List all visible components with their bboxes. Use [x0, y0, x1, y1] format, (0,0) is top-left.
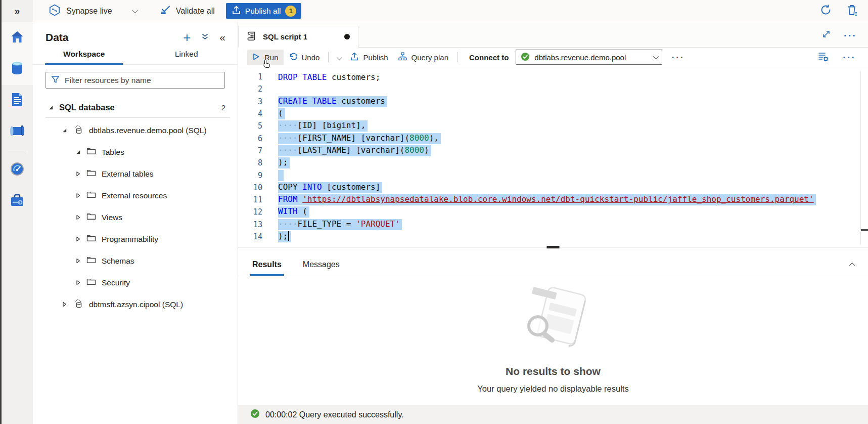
editor-more-icon[interactable]: ··· [843, 55, 856, 60]
sidebar-item-data[interactable] [2, 54, 33, 85]
more-actions-icon[interactable]: ··· [844, 33, 857, 38]
code-line-2[interactable]: 2 [238, 83, 868, 95]
run-options-chevron[interactable] [332, 50, 345, 65]
filter-input[interactable] [65, 76, 219, 85]
tab-linked[interactable]: Linked [135, 50, 238, 64]
collapse-panel-icon[interactable]: « [219, 31, 225, 44]
success-check-icon [250, 409, 260, 420]
code-line-13[interactable]: 13····FILE_TYPE = 'PARQUET' [238, 219, 868, 231]
empty-results-title: No results to show [506, 365, 601, 377]
sidebar-item-manage[interactable] [2, 186, 33, 217]
properties-icon[interactable] [818, 52, 829, 63]
splitter-grip[interactable] [547, 246, 560, 248]
unsaved-changes-dot [344, 34, 350, 39]
tab-sql-script-1[interactable]: SQL script 1 [238, 26, 358, 48]
tree-item-views[interactable]: Views [33, 206, 238, 228]
code-line-1[interactable]: 1DROP TABLE customers; [238, 71, 868, 83]
caret-collapsed-icon [62, 300, 67, 309]
tree-item-tables[interactable]: Tables [33, 141, 238, 163]
undo-button[interactable]: Undo [284, 50, 325, 65]
publish-button[interactable]: Publish [345, 49, 393, 65]
add-resource-button[interactable]: + [183, 32, 191, 43]
code-line-6[interactable]: 6····[FIRST_NAME] [varchar](8000), [238, 132, 868, 144]
connected-check-icon [521, 52, 530, 63]
publish-label: Publish all [245, 7, 281, 16]
code-line-12[interactable]: 12WITH ( [238, 206, 868, 218]
tree-divider [45, 117, 230, 118]
toolbar-separator [328, 52, 329, 62]
tree-section-sql-database[interactable]: SQL database 2 [33, 99, 238, 116]
code-line-10[interactable]: 10COPY INTO [customers] [238, 182, 868, 194]
chevron-down-icon [653, 54, 659, 59]
tree-item-label: Views [102, 213, 122, 222]
toolbar-separator [457, 52, 458, 62]
tree-item-dbtmsft-azsyn-cipool-sql[interactable]: dbtmsft.azsyn.cipool (SQL) [33, 293, 238, 315]
caret-collapsed-icon [75, 191, 81, 200]
tree-item-label: dbtmsft.azsyn.cipool (SQL) [89, 300, 183, 309]
tree-item-external-resources[interactable]: External resources [33, 185, 238, 206]
connect-to-label: Connect to [469, 53, 509, 62]
refresh-icon[interactable] [820, 4, 832, 18]
rail-divider [8, 151, 26, 151]
editor-region: SQL script 1 ··· R [238, 22, 868, 424]
code-line-14[interactable]: 14); [238, 231, 868, 243]
code-line-3[interactable]: 3CREATE TABLE customers [238, 96, 868, 108]
query-plan-button[interactable]: Query plan [393, 49, 453, 65]
query-status-bar: 00:00:02 Query executed successfully. [238, 405, 868, 424]
tree-item-schemas[interactable]: Schemas [33, 250, 238, 272]
code-line-11[interactable]: 11FROM 'https://dbtlabsynapsedatalake.bl… [238, 194, 868, 206]
code-line-5[interactable]: 5····[ID] [bigint], [238, 120, 868, 132]
code-line-8[interactable]: 8); [238, 157, 868, 169]
code-line-9[interactable]: 9 [238, 169, 868, 181]
tree-item-programmability[interactable]: Programmability [33, 228, 238, 250]
tree-item-security[interactable]: Security [33, 272, 238, 293]
tree-item-label: Programmability [102, 235, 158, 244]
folder-icon [86, 168, 96, 179]
sidebar-item-home[interactable] [2, 22, 33, 54]
editor-scrollbar-track[interactable] [860, 71, 861, 244]
line-number: 5 [238, 121, 262, 131]
code-line-content: WITH ( [278, 206, 309, 218]
sidebar-item-monitor[interactable] [2, 154, 33, 186]
sidebar-item-integrate[interactable] [2, 116, 33, 148]
expand-sidebar-icon[interactable]: » [2, 0, 33, 22]
collapse-results-icon[interactable] [851, 260, 855, 269]
line-number: 6 [238, 134, 262, 143]
sql-code-editor[interactable]: 1DROP TABLE customers;23CREATE TABLE cus… [238, 67, 868, 244]
line-number: 10 [238, 183, 262, 192]
tab-workspace[interactable]: Workspace [33, 50, 135, 64]
tab-messages[interactable]: Messages [303, 260, 340, 276]
expand-editor-icon[interactable] [822, 30, 831, 40]
text-cursor [288, 231, 289, 241]
tree-item-label: Security [102, 278, 130, 287]
caret-expanded-icon [48, 103, 54, 112]
publish-all-button[interactable]: Publish all 1 [226, 3, 302, 19]
mouse-cursor [262, 59, 271, 70]
tree-item-dbtlabs-revenue-demo-pool-sql[interactable]: dbtlabs.revenue.demo.pool (SQL) [33, 119, 238, 141]
validate-icon [160, 5, 171, 17]
tree-item-external-tables[interactable]: External tables [33, 163, 238, 185]
folder-icon [86, 256, 96, 266]
caret-collapsed-icon [75, 169, 81, 179]
results-header: Results Messages [238, 250, 868, 276]
validate-all-button[interactable]: Validate all [160, 5, 215, 17]
tree-item-label: External tables [102, 169, 154, 179]
upload-icon [350, 52, 358, 62]
data-panel: Data + « Workspace Linked [33, 22, 238, 424]
line-number: 2 [238, 84, 262, 94]
toolbar-more-icon[interactable]: ··· [671, 55, 684, 60]
editor-scrollbar-thumb[interactable] [861, 229, 868, 231]
tab-results[interactable]: Results [252, 260, 282, 276]
line-number: 12 [238, 207, 262, 217]
code-line-content: COPY INTO [customers] [278, 182, 382, 193]
line-number: 13 [238, 220, 262, 229]
pool-selector[interactable]: dbtlabs.revenue.demo.pool [516, 50, 662, 65]
line-number: 11 [238, 195, 262, 204]
sidebar-item-develop[interactable] [2, 85, 33, 116]
collapse-all-icon[interactable] [201, 32, 209, 43]
trash-icon[interactable] [847, 4, 858, 18]
code-line-7[interactable]: 7····[LAST_NAME] [varchar](8000) [238, 145, 868, 157]
code-line-4[interactable]: 4( [238, 108, 868, 120]
mode-selector[interactable]: Synapse live [49, 4, 136, 18]
code-line-content: DROP TABLE customers; [278, 72, 380, 82]
